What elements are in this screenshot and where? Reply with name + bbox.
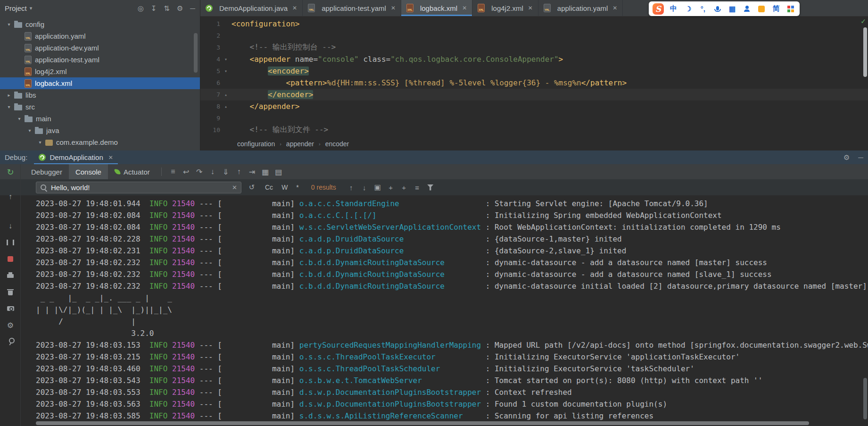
tree-item-java[interactable]: ▾ java: [0, 125, 200, 136]
contacts-icon[interactable]: [743, 3, 751, 15]
locate-file-icon[interactable]: ◎: [138, 4, 144, 13]
run-to-cursor-icon[interactable]: ⇥: [246, 167, 259, 176]
breadcrumb-configuration[interactable]: configuration: [237, 140, 275, 148]
step-into-icon[interactable]: ↓: [206, 167, 219, 176]
tree-item-application-test.yaml[interactable]: application-test.yaml: [0, 54, 200, 66]
search-input[interactable]: Hello, world!: [51, 184, 90, 192]
hide-panel-icon[interactable]: ─: [858, 153, 863, 162]
expand-all-icon[interactable]: ⇅: [164, 4, 170, 13]
find-in-selection-icon[interactable]: ▣: [372, 183, 383, 192]
simplified-chinese-icon[interactable]: 简: [772, 3, 780, 15]
tree-item-config[interactable]: ▾ config: [0, 18, 200, 30]
project-scrollbar[interactable]: [194, 33, 198, 73]
chevron-icon[interactable]: ▾: [14, 116, 25, 121]
log-timestamp: 2023-08-27 19:48:02.232: [36, 270, 141, 279]
rerun-icon[interactable]: ↻: [5, 167, 16, 177]
fold-marker-icon[interactable]: ▾: [220, 68, 231, 74]
apps-grid-icon[interactable]: [787, 3, 794, 15]
step-out-icon[interactable]: ↑: [232, 167, 246, 176]
log-thread: --- [ main]: [195, 223, 299, 232]
stop-icon[interactable]: [5, 254, 16, 264]
collapse-all-icon[interactable]: ↧: [151, 4, 157, 13]
chevron-icon[interactable]: ▸: [4, 92, 14, 98]
fold-marker-icon[interactable]: ▾: [220, 57, 231, 62]
tree-item-log4j2.xml[interactable]: log4j2.xml: [0, 66, 200, 77]
close-tab-icon[interactable]: ✕: [292, 5, 297, 11]
console-settings-icon[interactable]: ⚙: [5, 320, 16, 330]
log-message: dynamic-datasource initial loaded [2] da…: [495, 282, 867, 291]
log-level: INFO: [145, 282, 167, 291]
editor-tab-log4j2.xml[interactable]: log4j2.xml ✕: [472, 0, 538, 16]
add-filter-icon[interactable]: +: [385, 184, 397, 192]
hide-panel-icon[interactable]: ─: [190, 4, 195, 13]
tree-item-com.example.demo[interactable]: ▾ com.example.demo: [0, 136, 200, 148]
tree-item-main[interactable]: ▾ main: [0, 113, 200, 125]
prev-occurrence-icon[interactable]: ↑: [346, 184, 357, 192]
settings-gear-icon[interactable]: ⚙: [177, 4, 183, 13]
editor-tab-logback.xml[interactable]: logback.xml ✕: [401, 0, 472, 16]
close-tab-icon[interactable]: ✕: [391, 5, 396, 11]
keyboard-icon[interactable]: ▦: [728, 3, 736, 15]
settings-gear-icon[interactable]: ⚙: [843, 153, 850, 162]
close-tab-icon[interactable]: ✕: [462, 5, 467, 11]
fold-marker-icon[interactable]: ▴: [220, 92, 231, 97]
chinese-mode-indicator[interactable]: 中: [670, 3, 678, 15]
editor-tab-application-test.yaml[interactable]: application-test.yaml ✕: [303, 0, 401, 16]
debug-session-tab[interactable]: DemoApplication ✕: [34, 150, 117, 164]
tree-item-logback.xml[interactable]: logback.xml: [0, 77, 200, 89]
editor-tab-application.yaml[interactable]: application.yaml ✕: [538, 0, 623, 16]
regex-toggle[interactable]: *: [293, 183, 301, 192]
console-vertical-scrollbar[interactable]: [863, 378, 867, 419]
navigate-up-icon[interactable]: ↑: [5, 192, 16, 202]
layout-icon[interactable]: ≡: [166, 167, 180, 176]
gift-icon[interactable]: [758, 3, 765, 15]
show-execution-point-icon[interactable]: ↩: [180, 167, 193, 176]
breadcrumb-encoder[interactable]: encoder: [325, 140, 349, 148]
chevron-icon[interactable]: ▾: [4, 104, 14, 109]
fold-marker-icon[interactable]: ▴: [220, 104, 231, 109]
clear-all-icon[interactable]: [5, 287, 16, 297]
console-horizontal-scrollbar[interactable]: [36, 421, 809, 425]
tree-item-libs[interactable]: ▸ libs: [0, 89, 200, 101]
chevron-icon[interactable]: ▾: [4, 22, 14, 27]
match-case-toggle[interactable]: Cc: [262, 183, 276, 192]
tree-item-application.yaml[interactable]: application.yaml: [0, 30, 200, 42]
words-toggle[interactable]: W: [279, 183, 290, 192]
search-history-icon[interactable]: ↺: [246, 183, 257, 192]
tab-actuator[interactable]: Actuator: [108, 164, 157, 179]
mic-icon[interactable]: [714, 3, 721, 15]
print-icon[interactable]: [5, 270, 16, 281]
filter-settings-icon[interactable]: ▤: [272, 167, 285, 176]
chevron-icon[interactable]: ▾: [25, 128, 35, 133]
console-search-field[interactable]: Hello, world! ✕: [36, 182, 241, 193]
pin-tab-icon[interactable]: [5, 336, 16, 347]
breadcrumb-appender[interactable]: appender: [286, 140, 314, 148]
tree-item-src[interactable]: ▾ src: [0, 101, 200, 113]
filter-lines-icon[interactable]: ≡: [412, 184, 423, 192]
sogou-logo-icon[interactable]: S: [653, 3, 664, 15]
tree-item-application-dev.yaml[interactable]: application-dev.yaml: [0, 42, 200, 54]
exclude-filter-icon[interactable]: +: [398, 184, 410, 192]
close-tab-icon[interactable]: ✕: [612, 5, 617, 11]
chevron-icon[interactable]: ▾: [35, 140, 45, 145]
tab-debugger[interactable]: Debugger: [25, 164, 69, 179]
tab-console[interactable]: Console: [69, 164, 108, 179]
code-editor[interactable]: 1 <configuration> 2 3 <!-- 输出到控制台 --> 4 …: [200, 17, 868, 137]
console-output[interactable]: 2023-08-27 19:48:01.944 INFO 21540 --- […: [0, 195, 868, 426]
editor-tab-DemoApplication.java[interactable]: DemoApplication.java ✕: [200, 0, 303, 16]
filter-funnel-icon[interactable]: [425, 184, 436, 191]
close-session-icon[interactable]: ✕: [108, 154, 113, 161]
thread-dump-icon[interactable]: [5, 303, 16, 314]
step-over-icon[interactable]: ↷: [193, 167, 206, 176]
pause-output-icon[interactable]: [5, 237, 16, 248]
project-tool-button[interactable]: Project ▾: [5, 4, 32, 12]
scroll-to-end-icon[interactable]: ↓: [5, 221, 16, 231]
moon-icon[interactable]: ☽: [685, 3, 692, 15]
force-step-into-icon[interactable]: ⇓: [219, 167, 232, 176]
clear-search-icon[interactable]: ✕: [232, 184, 237, 191]
next-occurrence-icon[interactable]: ↓: [359, 184, 370, 192]
punctuation-icon[interactable]: °,: [699, 3, 707, 15]
editor-scrollbar[interactable]: [863, 27, 867, 77]
view-table-icon[interactable]: ▦: [259, 167, 272, 176]
close-tab-icon[interactable]: ✕: [528, 5, 533, 11]
